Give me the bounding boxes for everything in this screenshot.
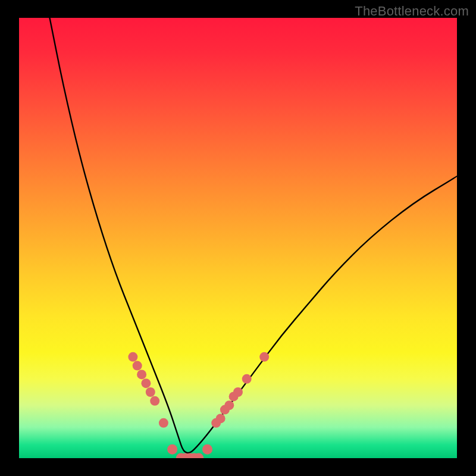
marker-dot xyxy=(137,369,146,379)
bottleneck-curve xyxy=(50,18,458,453)
marker-dot xyxy=(224,400,234,410)
marker-dot xyxy=(150,396,159,406)
marker-dot xyxy=(242,374,252,384)
marker-dot xyxy=(133,361,142,371)
marker-dot xyxy=(146,387,155,397)
outer-frame: TheBottleneck.com xyxy=(0,0,476,476)
plot-area xyxy=(19,18,457,458)
marker-dot xyxy=(167,444,177,455)
marker-dot xyxy=(141,378,151,388)
marker-dot xyxy=(259,352,269,362)
marker-dot xyxy=(216,414,226,423)
chart-svg xyxy=(19,18,457,458)
marker-dot xyxy=(233,387,243,397)
marker-dot xyxy=(159,418,168,428)
marker-dot xyxy=(128,352,137,362)
watermark-text: TheBottleneck.com xyxy=(355,4,469,19)
marker-dots xyxy=(128,352,269,458)
marker-dot xyxy=(202,444,212,455)
